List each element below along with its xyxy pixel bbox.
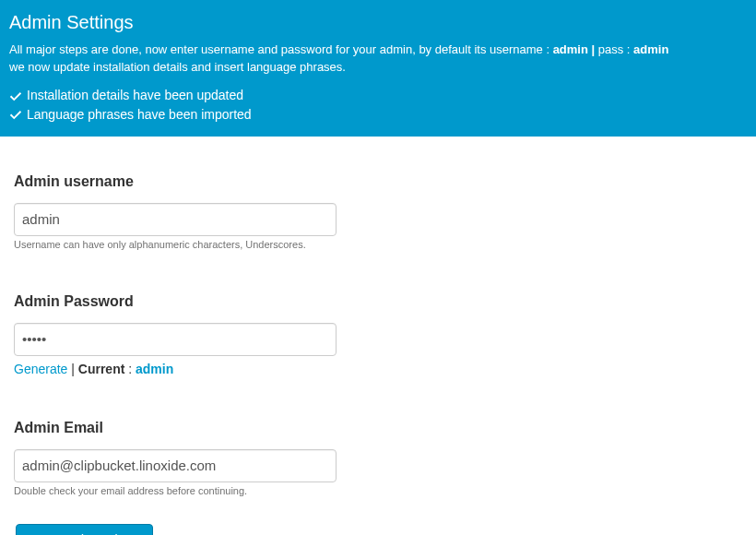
- password-hint: Generate | Current : admin: [14, 362, 742, 376]
- password-input[interactable]: [14, 323, 337, 356]
- desc-default-user: admin |: [553, 42, 596, 56]
- form-area: Admin username Username can have only al…: [0, 137, 756, 535]
- password-group: Admin Password Generate | Current : admi…: [14, 293, 742, 376]
- desc-prefix: All major steps are done, now enter user…: [9, 42, 553, 56]
- page-title: Admin Settings: [9, 12, 747, 33]
- status-text: Language phrases have been imported: [27, 105, 252, 124]
- status-text: Installation details have been updated: [27, 86, 243, 104]
- username-group: Admin username Username can have only al…: [14, 173, 742, 250]
- hint-sep: |: [67, 362, 77, 376]
- password-label: Admin Password: [14, 293, 742, 310]
- email-group: Admin Email Double check your email addr…: [14, 420, 742, 496]
- desc-pass-label: pass :: [595, 42, 633, 56]
- email-input[interactable]: [14, 449, 337, 482]
- status-list: Installation details have been updated L…: [9, 86, 747, 124]
- username-input[interactable]: [14, 203, 337, 236]
- desc-default-pass: admin: [633, 42, 668, 56]
- email-label: Admin Email: [14, 420, 742, 436]
- current-label: Current: [78, 362, 125, 376]
- username-label: Admin username: [14, 173, 742, 190]
- status-item: Installation details have been updated: [9, 86, 747, 104]
- current-password-value: admin: [136, 362, 173, 376]
- check-icon: [9, 89, 22, 102]
- email-help: Double check your email address before c…: [14, 485, 742, 496]
- header-description-line2: we now update installation details and i…: [9, 59, 747, 76]
- generate-password-link[interactable]: Generate: [14, 362, 67, 376]
- check-icon: [9, 108, 22, 121]
- status-item: Language phrases have been imported: [9, 105, 747, 124]
- header-description-line1: All major steps are done, now enter user…: [9, 42, 747, 58]
- header-banner: Admin Settings All major steps are done,…: [0, 0, 756, 137]
- save-continue-button[interactable]: Save and Continue: [16, 524, 153, 535]
- username-help: Username can have only alphanumeric char…: [14, 239, 742, 250]
- hint-colon: :: [124, 362, 136, 376]
